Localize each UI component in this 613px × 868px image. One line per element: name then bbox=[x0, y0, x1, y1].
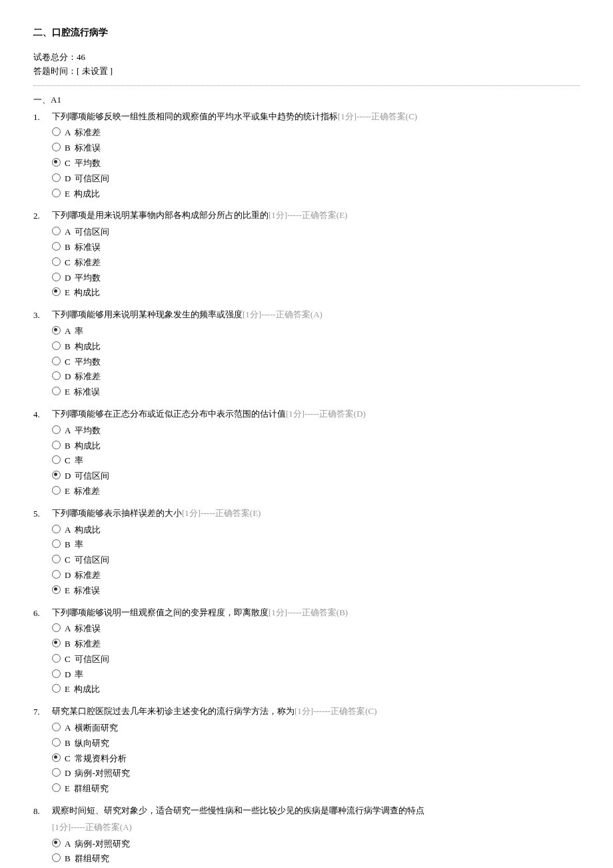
option[interactable]: E标准误 bbox=[52, 385, 580, 399]
radio-icon[interactable] bbox=[52, 341, 61, 350]
option[interactable]: E标准误 bbox=[52, 584, 580, 598]
option[interactable]: E构成比 bbox=[52, 187, 580, 201]
correct-answer: -----正确答案(A) bbox=[261, 309, 322, 319]
radio-icon[interactable] bbox=[52, 227, 61, 235]
radio-icon[interactable] bbox=[52, 783, 61, 792]
option[interactable]: C率 bbox=[52, 454, 580, 468]
option[interactable]: D可信区间 bbox=[52, 172, 580, 186]
option[interactable]: D病例-对照研究 bbox=[52, 767, 580, 781]
radio-icon[interactable] bbox=[52, 853, 61, 862]
option[interactable]: A构成比 bbox=[52, 523, 580, 537]
option[interactable]: B纵向研究 bbox=[52, 737, 580, 751]
radio-icon[interactable] bbox=[52, 287, 61, 296]
radio-icon[interactable] bbox=[52, 486, 61, 495]
radio-icon[interactable] bbox=[52, 242, 61, 251]
radio-icon[interactable] bbox=[52, 173, 61, 182]
option-text: 标准差 bbox=[75, 569, 101, 583]
option[interactable]: A标准误 bbox=[52, 622, 580, 636]
option[interactable]: E群组研究 bbox=[52, 782, 580, 796]
radio-icon[interactable] bbox=[52, 441, 61, 449]
correct-answer: -----正确答案(C) bbox=[356, 111, 417, 121]
option[interactable]: D率 bbox=[52, 668, 580, 682]
options-list: A率B构成比C平均数D标准差E标准误 bbox=[52, 325, 580, 399]
option[interactable]: B标准误 bbox=[52, 141, 580, 155]
option[interactable]: D平均数 bbox=[52, 271, 580, 285]
radio-icon[interactable] bbox=[52, 585, 61, 594]
option-letter: C bbox=[65, 157, 71, 171]
radio-icon[interactable] bbox=[52, 639, 61, 647]
option-text: 构成比 bbox=[74, 286, 100, 300]
radio-icon[interactable] bbox=[52, 371, 61, 380]
radio-icon[interactable] bbox=[52, 738, 61, 747]
radio-icon[interactable] bbox=[52, 158, 61, 167]
option[interactable]: A可信区间 bbox=[52, 225, 580, 239]
option[interactable]: C平均数 bbox=[52, 157, 580, 171]
option[interactable]: A横断面研究 bbox=[52, 721, 580, 735]
radio-icon[interactable] bbox=[52, 570, 61, 579]
stem-text: 下列哪项能够表示抽样误差的大小 bbox=[52, 508, 182, 518]
option[interactable]: C可信区间 bbox=[52, 553, 580, 567]
radio-icon[interactable] bbox=[52, 669, 61, 678]
radio-icon[interactable] bbox=[52, 357, 61, 365]
options-list: A标准误B标准差C可信区间D率E构成比 bbox=[52, 622, 580, 697]
option-text: 平均数 bbox=[75, 271, 101, 285]
radio-icon[interactable] bbox=[52, 257, 61, 266]
radio-icon[interactable] bbox=[52, 839, 61, 847]
option-letter: E bbox=[65, 385, 70, 399]
radio-icon[interactable] bbox=[52, 555, 61, 563]
option-letter: C bbox=[65, 653, 71, 667]
option[interactable]: B构成比 bbox=[52, 340, 580, 354]
radio-icon[interactable] bbox=[52, 623, 61, 632]
option[interactable]: B率 bbox=[52, 538, 580, 552]
question-stem: 下列哪项能够反映一组性质相同的观察值的平均水平或集中趋势的统计指标[1分]---… bbox=[52, 110, 580, 124]
question: 6.下列哪项能够说明一组观察值之间的变异程度，即离散度[1分]-----正确答案… bbox=[33, 606, 580, 699]
radio-icon[interactable] bbox=[52, 189, 61, 197]
option[interactable]: E标准差 bbox=[52, 485, 580, 499]
radio-icon[interactable] bbox=[52, 387, 61, 395]
option-text: 纵向研究 bbox=[75, 737, 109, 751]
radio-icon[interactable] bbox=[52, 455, 61, 464]
radio-icon[interactable] bbox=[52, 539, 61, 548]
exam-meta: 试卷总分：46 答题时间：[ 未设置 ] bbox=[33, 51, 580, 79]
option-text: 可信区间 bbox=[75, 225, 109, 239]
option[interactable]: B构成比 bbox=[52, 439, 580, 453]
question-stem: 研究某口腔医院过去几年来初诊主述变化的流行病学方法，称为[1分]------正确… bbox=[52, 705, 580, 719]
option[interactable]: D可信区间 bbox=[52, 469, 580, 483]
option-letter: E bbox=[65, 485, 70, 499]
radio-icon[interactable] bbox=[52, 768, 61, 777]
radio-icon[interactable] bbox=[52, 273, 61, 281]
radio-icon[interactable] bbox=[52, 684, 61, 693]
option[interactable]: A率 bbox=[52, 325, 580, 339]
radio-icon[interactable] bbox=[52, 143, 61, 151]
option[interactable]: D标准差 bbox=[52, 569, 580, 583]
option[interactable]: D标准差 bbox=[52, 370, 580, 384]
radio-icon[interactable] bbox=[52, 525, 61, 533]
option[interactable]: A病例-对照研究 bbox=[52, 837, 580, 851]
radio-icon[interactable] bbox=[52, 654, 61, 663]
option[interactable]: A平均数 bbox=[52, 424, 580, 438]
radio-icon[interactable] bbox=[52, 326, 61, 335]
option[interactable]: C标准差 bbox=[52, 256, 580, 270]
radio-icon[interactable] bbox=[52, 753, 61, 762]
option[interactable]: E构成比 bbox=[52, 683, 580, 697]
radio-icon[interactable] bbox=[52, 127, 61, 136]
option[interactable]: B标准差 bbox=[52, 637, 580, 651]
option[interactable]: C平均数 bbox=[52, 355, 580, 369]
stem-text: 研究某口腔医院过去几年来初诊主述变化的流行病学方法，称为 bbox=[52, 706, 295, 716]
option[interactable]: C可信区间 bbox=[52, 653, 580, 667]
option-text: 标准误 bbox=[75, 141, 101, 155]
option-letter: B bbox=[65, 241, 71, 255]
radio-icon[interactable] bbox=[52, 723, 61, 731]
radio-icon[interactable] bbox=[52, 425, 61, 434]
points-label: [1分] bbox=[182, 508, 201, 518]
question-number: 8. bbox=[33, 804, 52, 868]
question-body: 下列哪项能够表示抽样误差的大小[1分]-----正确答案(E)A构成比B率C可信… bbox=[52, 507, 580, 599]
correct-answer: -----正确答案(A) bbox=[71, 822, 132, 832]
option[interactable]: E构成比 bbox=[52, 286, 580, 300]
option[interactable]: B标准误 bbox=[52, 241, 580, 255]
radio-icon[interactable] bbox=[52, 471, 61, 479]
option[interactable]: C常规资料分析 bbox=[52, 752, 580, 766]
option-letter: D bbox=[65, 172, 71, 186]
option[interactable]: B群组研究 bbox=[52, 852, 580, 866]
option[interactable]: A标准差 bbox=[52, 126, 580, 140]
